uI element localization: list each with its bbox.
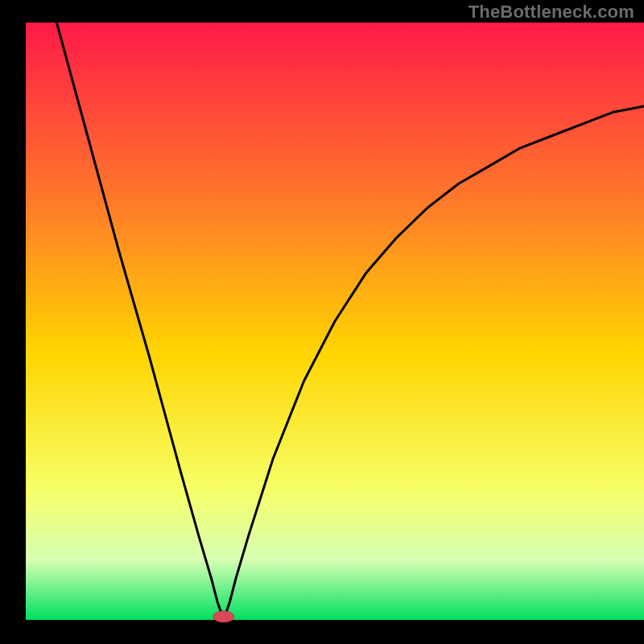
bottleneck-chart: [0, 0, 644, 644]
optimal-marker: [213, 611, 234, 622]
chart-frame: TheBottleneck.com: [0, 0, 644, 644]
